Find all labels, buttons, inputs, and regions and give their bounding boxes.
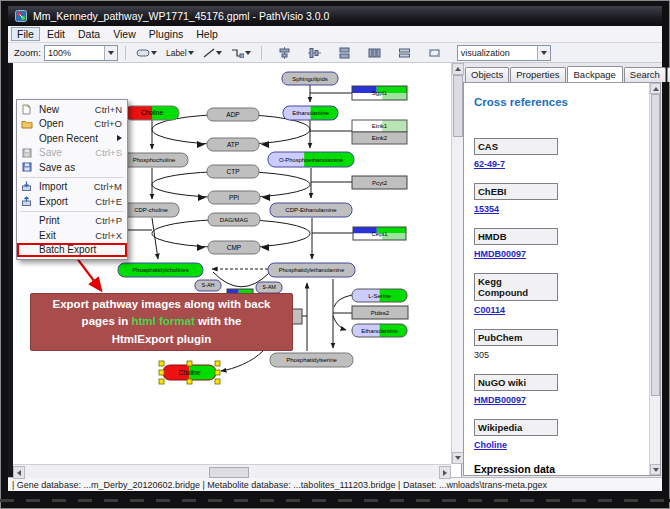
tab-objects[interactable]: Objects <box>465 67 509 82</box>
pathway-node-etnk2[interactable]: Etnk2 <box>352 132 407 144</box>
pathway-node-phosphatidylethanolamine[interactable]: Phosphatidylethanolamine <box>268 263 355 277</box>
xref-link[interactable]: 15354 <box>474 204 499 214</box>
zoom-combobox[interactable]: 100% <box>44 45 118 61</box>
pathway-node-phosphocholine[interactable]: Phosphocholine <box>120 153 188 167</box>
canvas-horizontal-scrollbar[interactable] <box>13 464 451 478</box>
file-menu-item-exit[interactable]: ExitCtrl+X <box>17 228 127 243</box>
menu-data[interactable]: Data <box>72 27 106 41</box>
xref-link[interactable]: HMDB00097 <box>474 395 526 405</box>
pathway-node-atp[interactable]: ATP <box>207 138 259 151</box>
selection-handle[interactable] <box>215 370 220 375</box>
xref-link[interactable]: Choline <box>474 440 507 450</box>
menu-item-label: Save as <box>39 162 75 173</box>
selection-handle[interactable] <box>187 379 192 384</box>
line-tool-button[interactable] <box>200 46 225 60</box>
pathway-node-cept1[interactable]: Cept1 <box>353 227 406 240</box>
pathway-node-ctp[interactable]: CTP <box>207 165 259 178</box>
scroll-left-button[interactable] <box>13 466 25 479</box>
label-dropdown-icon[interactable] <box>188 51 194 55</box>
pathway-node-cdp-choline[interactable]: CDP-choline <box>123 203 179 217</box>
pathway-node-cmp[interactable]: CMP <box>208 241 260 254</box>
pathway-node-dag-mag[interactable]: DAG/MAG <box>208 213 260 226</box>
sidebar-scroll-down-button[interactable] <box>650 464 661 475</box>
tab-backpage[interactable]: Backpage <box>567 66 623 83</box>
selection-handle[interactable] <box>159 370 164 375</box>
common-size-button[interactable] <box>395 45 414 61</box>
xref-link[interactable]: HMDB00097 <box>474 249 526 259</box>
selection-handle[interactable] <box>159 361 164 366</box>
xref-section-nugo-wiki: NuGO wikiHMDB00097 <box>474 374 660 405</box>
selection-handle[interactable] <box>215 361 220 366</box>
file-menu-item-save-as[interactable]: Save as <box>17 160 127 175</box>
menu-file[interactable]: File <box>11 27 40 41</box>
menu-item-shortcut: Ctrl+O <box>94 118 122 129</box>
selection-handle[interactable] <box>215 379 220 384</box>
vertical-scroll-thumb[interactable] <box>453 75 463 137</box>
file-menu-item-export[interactable]: ExportCtrl+E <box>17 194 127 209</box>
pathway-node-ethanolamine-bottom[interactable]: Ethanolamine <box>352 324 407 337</box>
file-menu-item-save[interactable]: SaveCtrl+S <box>17 146 127 161</box>
pathway-node-ptdss2[interactable]: Ptdss2 <box>352 306 408 319</box>
datanode-dropdown-icon[interactable] <box>151 51 157 55</box>
canvas-vertical-scrollbar[interactable] <box>451 63 463 464</box>
pathway-node-choline-selected[interactable]: Choline <box>159 361 220 384</box>
line-dropdown-icon[interactable] <box>216 51 222 55</box>
sidebar-scroll-up-button[interactable] <box>650 83 661 94</box>
title-bar[interactable]: Mm_Kennedy_pathway_WP1771_45176.gpml - P… <box>8 6 662 26</box>
scroll-right-button[interactable] <box>439 466 451 479</box>
datanode-tool-button[interactable] <box>133 46 160 60</box>
pathway-node-ppi[interactable]: PPi <box>208 191 260 204</box>
tab-search[interactable]: Search <box>624 67 666 82</box>
label-tool-button[interactable]: Label <box>163 46 197 60</box>
pathway-node-choline-top[interactable]: Choline <box>125 106 179 120</box>
file-menu-item-new[interactable]: NewCtrl+N <box>17 102 127 117</box>
horizontal-scroll-thumb[interactable] <box>209 467 249 478</box>
zoom-dropdown-icon[interactable] <box>104 46 117 60</box>
pathway-node-ethanolamine-top[interactable]: Ethanolamine <box>283 106 338 120</box>
pathway-node-cdp-ethanolamine[interactable]: CDP-Ethanolamine <box>270 203 352 217</box>
file-menu-item-open[interactable]: OpenCtrl+O <box>17 117 127 132</box>
pathway-node-phosphatidylserine[interactable]: Phosphatidylserine <box>270 353 353 367</box>
menu-edit[interactable]: Edit <box>41 27 71 41</box>
pathway-node-s-ah[interactable]: S-AH <box>195 280 221 291</box>
node-label-s-ah: S-AH <box>201 282 214 288</box>
stack-horizontal-button[interactable] <box>365 45 384 61</box>
node-label-adp: ADP <box>226 111 239 118</box>
pathway-node-pcyt2[interactable]: Pcyt2 <box>352 176 407 189</box>
selection-handle[interactable] <box>187 361 192 366</box>
pathway-node-adp[interactable]: ADP <box>207 108 259 121</box>
connector-tool-button[interactable] <box>228 46 254 60</box>
file-menu-item-batch-export[interactable]: Batch Export <box>17 243 127 258</box>
connector-dropdown-icon[interactable] <box>245 51 251 55</box>
pathway-node-etnk1[interactable]: Etnk1 <box>352 120 407 132</box>
menu-plugins[interactable]: Plugins <box>143 27 189 41</box>
file-menu-item-print[interactable]: PrintCtrl+P <box>17 214 127 229</box>
pathway-node-sphingolipids[interactable]: Sphingolipids <box>282 72 338 85</box>
sidebar-scrollbar[interactable] <box>649 83 660 475</box>
pathway-node-phosphatidylcholines[interactable]: Phosphatidylcholines <box>118 263 203 277</box>
handles-button[interactable] <box>425 45 444 61</box>
visualization-combobox[interactable]: visualization <box>457 45 551 61</box>
selection-handle[interactable] <box>159 379 164 384</box>
pathway-node-o-phosphoethanolamine[interactable]: O-Phosphoethanolamine <box>268 152 354 167</box>
annotation-callout: Export pathway images along with back pa… <box>30 293 293 351</box>
pathway-node-l-serine[interactable]: L-Serine <box>352 289 407 302</box>
xref-link[interactable]: C00114 <box>474 305 505 315</box>
xref-link[interactable]: 62-49-7 <box>474 159 505 169</box>
sidebar-scroll-thumb[interactable] <box>651 94 660 396</box>
scroll-up-button[interactable] <box>452 63 464 75</box>
align-middle-button[interactable] <box>305 45 324 61</box>
file-menu-item-open-recent[interactable]: Open Recent <box>17 131 127 146</box>
align-center-button[interactable] <box>275 45 294 61</box>
pathway-node-s-am[interactable]: S-AM <box>256 282 282 293</box>
taskbar-edge <box>0 499 670 502</box>
node-label-cmp: CMP <box>227 244 241 251</box>
expression-data-heading: Expression data <box>474 463 660 475</box>
pathway-node-sgpl1[interactable]: Sgpl1 <box>352 86 407 100</box>
menu-help[interactable]: Help <box>190 27 224 41</box>
menu-view[interactable]: View <box>107 27 142 41</box>
stack-vertical-button[interactable] <box>335 45 354 61</box>
file-menu-item-import[interactable]: ImportCtrl+M <box>17 180 127 195</box>
visualization-dropdown-icon[interactable] <box>537 46 550 60</box>
tab-properties[interactable]: Properties <box>510 67 565 82</box>
